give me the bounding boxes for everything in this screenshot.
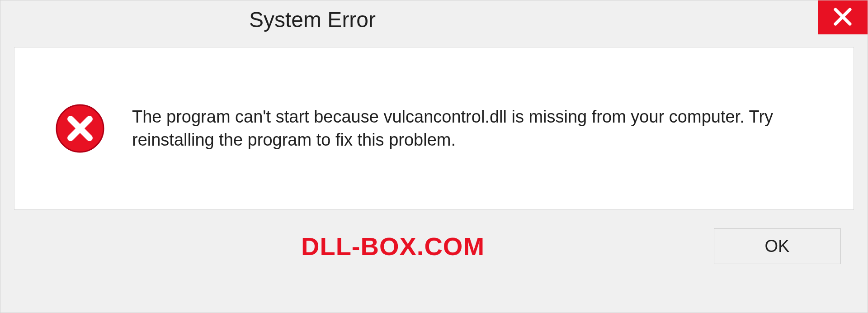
error-message: The program can't start because vulcanco…: [132, 105, 801, 152]
error-dialog-window: System Error The program can't start bec…: [0, 0, 868, 313]
error-icon: [55, 104, 105, 153]
window-title: System Error: [0, 0, 376, 32]
titlebar: System Error: [0, 0, 868, 39]
watermark-text: DLL-BOX.COM: [0, 232, 485, 261]
close-button[interactable]: [818, 0, 868, 34]
close-icon: [833, 7, 853, 28]
dialog-content: The program can't start because vulcanco…: [14, 47, 854, 210]
ok-button[interactable]: OK: [714, 228, 840, 264]
dialog-footer: DLL-BOX.COM OK: [0, 210, 868, 264]
